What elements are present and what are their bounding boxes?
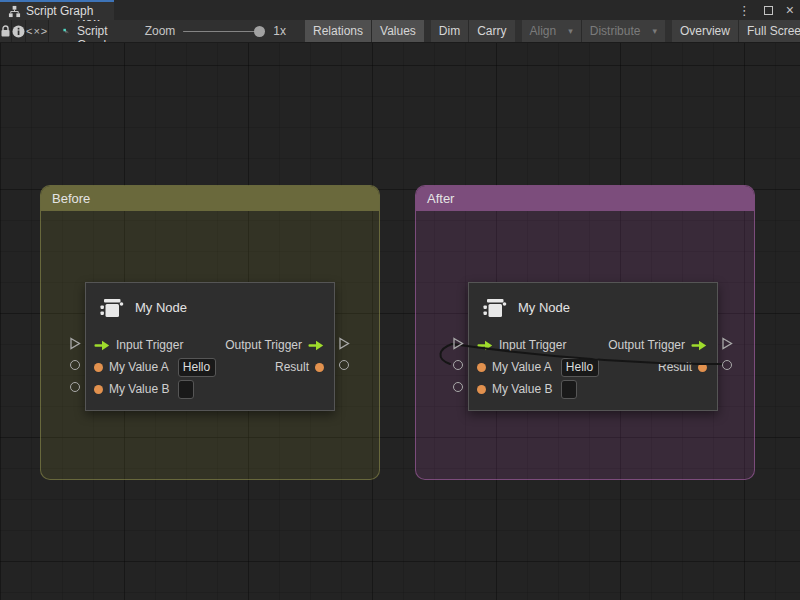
external-input-trigger-port-before[interactable] <box>69 337 81 350</box>
toolbar-buttons: Relations Values Dim Carry Align ▾ Distr… <box>298 20 800 42</box>
value-a-input[interactable] <box>178 358 216 377</box>
external-value-b-port-before[interactable] <box>70 382 80 392</box>
graph-breadcrumb[interactable]: New Script Graph <box>63 20 118 42</box>
dim-button[interactable]: Dim <box>431 20 468 42</box>
external-value-a-port-after[interactable] <box>453 360 463 370</box>
external-value-b-port-after[interactable] <box>453 382 463 392</box>
external-result-port-before[interactable] <box>339 360 349 370</box>
code-view-button[interactable]: <×> <box>26 20 49 42</box>
value-b-input[interactable] <box>178 380 194 399</box>
result-port[interactable]: Result <box>275 360 324 374</box>
value-a-port[interactable]: My Value A <box>94 358 216 377</box>
chevron-down-icon: ▾ <box>568 26 573 36</box>
lock-icon <box>0 25 11 38</box>
external-output-trigger-port-before[interactable] <box>338 337 350 350</box>
script-graph-icon <box>8 5 21 18</box>
node-header[interactable]: My Node <box>469 283 717 321</box>
value-port-dot[interactable] <box>477 385 486 394</box>
node-title: My Node <box>135 300 187 315</box>
window-controls: ⋮ × <box>738 0 794 20</box>
zoom-control: Zoom 1x <box>145 20 286 42</box>
flow-arrow-icon <box>691 340 707 351</box>
node-title: My Node <box>518 300 570 315</box>
value-a-input[interactable] <box>561 358 599 377</box>
value-b-row: My Value B <box>469 378 717 400</box>
external-value-a-port-before[interactable] <box>70 360 80 370</box>
value-b-row: My Value B <box>86 378 334 400</box>
value-port-dot[interactable] <box>94 385 103 394</box>
relations-button[interactable]: Relations <box>305 20 371 42</box>
maximize-icon[interactable] <box>764 6 773 15</box>
group-after-label: After <box>427 191 454 206</box>
distribute-button[interactable]: Distribute ▾ <box>581 20 665 42</box>
trigger-row: Input Trigger Output Trigger <box>469 334 717 356</box>
group-before-header[interactable]: Before <box>41 186 379 211</box>
graph-toolbar: <×> New Script Graph Zoom 1x Relations V… <box>0 20 800 43</box>
lock-button[interactable] <box>0 20 12 42</box>
value-b-port[interactable]: My Value B <box>477 380 577 399</box>
overview-button[interactable]: Overview <box>672 20 738 42</box>
value-port-dot[interactable] <box>477 363 486 372</box>
group-before-label: Before <box>52 191 90 206</box>
unit-node-icon <box>99 295 125 321</box>
window-menu-icon[interactable]: ⋮ <box>738 4 751 17</box>
tab-bar: Script Graph ⋮ × <box>0 0 800 20</box>
carry-button[interactable]: Carry <box>468 20 514 42</box>
script-graph-window: Script Graph ⋮ × <×> <box>0 0 800 600</box>
external-output-trigger-port-after[interactable] <box>721 337 733 350</box>
input-trigger-port[interactable]: Input Trigger <box>94 338 183 352</box>
graph-name: New Script Graph <box>77 20 119 43</box>
value-a-port[interactable]: My Value A <box>477 358 599 377</box>
values-button[interactable]: Values <box>371 20 424 42</box>
trigger-row: Input Trigger Output Trigger <box>86 334 334 356</box>
close-icon[interactable]: × <box>786 3 794 17</box>
zoom-slider[interactable] <box>183 20 265 43</box>
zoom-slider-handle[interactable] <box>254 26 265 37</box>
external-result-port-after[interactable] <box>722 360 732 370</box>
value-port-dot[interactable] <box>315 363 324 372</box>
code-view-glyph: <×> <box>26 25 48 37</box>
output-trigger-port[interactable]: Output Trigger <box>608 338 707 352</box>
node-my-node-before[interactable]: My Node Input Trigger Output Trigger <box>85 282 335 411</box>
node-header[interactable]: My Node <box>86 283 334 321</box>
value-b-input[interactable] <box>561 380 577 399</box>
value-port-dot[interactable] <box>94 363 103 372</box>
graph-asset-icon <box>63 24 70 39</box>
flow-arrow-icon <box>308 340 324 351</box>
full-screen-button[interactable]: Full Screen <box>738 20 800 42</box>
output-trigger-port[interactable]: Output Trigger <box>225 338 324 352</box>
chevron-down-icon: ▾ <box>652 26 657 36</box>
unit-node-icon <box>482 295 508 321</box>
node-my-node-after[interactable]: My Node Input Trigger Output Trigger <box>468 282 718 411</box>
graph-canvas[interactable]: Before After My Node <box>0 43 800 600</box>
tab-title: Script Graph <box>26 4 93 18</box>
zoom-value: 1x <box>273 24 286 38</box>
external-input-trigger-port-after[interactable] <box>452 337 464 350</box>
flow-arrow-icon <box>94 340 110 351</box>
align-button[interactable]: Align ▾ <box>522 20 581 42</box>
info-button[interactable] <box>12 20 26 42</box>
value-b-port[interactable]: My Value B <box>94 380 194 399</box>
info-icon <box>12 25 25 38</box>
zoom-label: Zoom <box>145 24 176 38</box>
value-a-row: My Value A Result <box>86 356 334 378</box>
group-after-header[interactable]: After <box>416 186 754 211</box>
tab-script-graph[interactable]: Script Graph <box>0 0 114 20</box>
